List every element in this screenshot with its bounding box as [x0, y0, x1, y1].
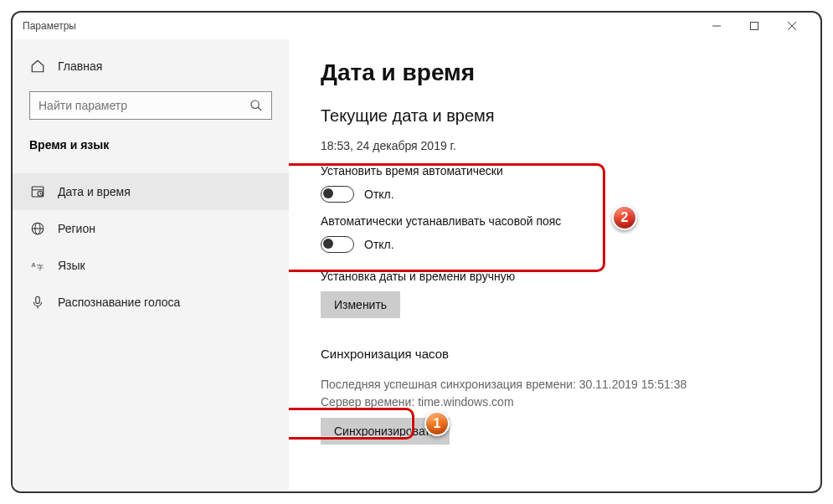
auto-time-toggle[interactable]	[321, 186, 354, 203]
current-datetime-value: 18:53, 24 декабря 2019 г.	[321, 139, 789, 152]
auto-time-state: Откл.	[364, 188, 394, 201]
microphone-icon	[29, 294, 46, 311]
minimize-button[interactable]	[697, 13, 735, 39]
sidebar: Главная Время и язык Дата и время	[13, 39, 289, 491]
page-title: Дата и время	[321, 59, 789, 86]
svg-point-4	[251, 100, 259, 108]
maximize-button[interactable]	[735, 13, 773, 39]
time-server-text: Сервер времени: time.windows.com	[321, 393, 789, 411]
home-icon	[29, 58, 46, 75]
globe-icon	[29, 220, 46, 237]
titlebar: Параметры	[13, 13, 820, 39]
search-icon	[249, 99, 263, 112]
svg-line-10	[40, 193, 42, 194]
callout-1: 1	[424, 411, 450, 436]
svg-rect-16	[36, 296, 40, 303]
svg-text:字: 字	[37, 264, 44, 271]
home-link[interactable]: Главная	[13, 49, 289, 83]
language-icon: A字	[29, 257, 46, 274]
auto-time-label: Установить время автоматически	[321, 164, 789, 177]
callout-2: 2	[612, 205, 637, 230]
window-title: Параметры	[23, 20, 76, 32]
close-button[interactable]	[773, 13, 810, 39]
svg-rect-1	[750, 23, 758, 30]
sync-heading: Синхронизация часов	[321, 347, 789, 361]
svg-line-5	[258, 107, 261, 111]
svg-text:A: A	[32, 261, 36, 269]
change-button[interactable]: Изменить	[321, 291, 400, 318]
home-label: Главная	[58, 59, 102, 73]
nav-item-label: Дата и время	[58, 185, 131, 198]
nav-date-time[interactable]: Дата и время	[13, 173, 289, 210]
search-box[interactable]	[29, 91, 272, 120]
nav-speech[interactable]: Распознавание голоса	[13, 284, 289, 321]
auto-tz-toggle[interactable]	[321, 236, 354, 253]
last-sync-text: Последняя успешная синхронизация времени…	[321, 376, 789, 393]
main-content: Дата и время Текущие дата и время 18:53,…	[289, 39, 820, 491]
auto-tz-state: Откл.	[364, 238, 394, 251]
sidebar-section: Время и язык	[13, 131, 289, 163]
calendar-clock-icon	[29, 183, 46, 200]
section-current-datetime: Текущие дата и время	[321, 106, 789, 126]
nav-item-label: Язык	[58, 259, 85, 272]
settings-window: Параметры Главная	[11, 11, 822, 493]
nav-item-label: Распознавание голоса	[58, 296, 180, 309]
window-controls	[697, 13, 810, 39]
search-input[interactable]	[39, 99, 243, 112]
nav-language[interactable]: A字 Язык	[13, 247, 289, 284]
nav-region[interactable]: Регион	[13, 210, 289, 247]
manual-set-label: Установка даты и времени вручную	[321, 270, 789, 283]
auto-tz-label: Автоматически устанавливать часовой пояс	[321, 214, 789, 228]
nav-item-label: Регион	[58, 222, 95, 235]
